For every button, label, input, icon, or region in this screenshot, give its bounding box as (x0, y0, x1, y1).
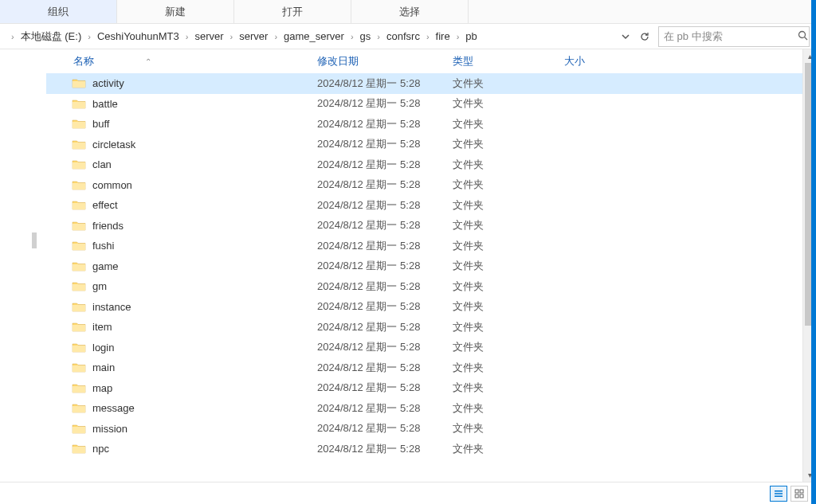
breadcrumb-segment[interactable]: 本地磁盘 (E:) (19, 26, 84, 47)
file-type: 文件夹 (453, 259, 564, 273)
column-header-type[interactable]: 类型 (453, 54, 564, 68)
table-row[interactable]: fushi2024/8/12 星期一 5:28文件夹 (46, 236, 816, 256)
toolbar: 组织 新建 打开 选择 (0, 0, 816, 24)
breadcrumb-segment[interactable]: confsrc (385, 27, 422, 45)
folder-icon (72, 139, 86, 150)
search-box[interactable] (658, 26, 810, 47)
breadcrumb-separator-icon: › (83, 32, 96, 41)
table-row[interactable]: main2024/8/12 星期一 5:28文件夹 (46, 357, 816, 378)
file-date: 2024/8/12 星期一 5:28 (317, 381, 453, 395)
file-name: map (92, 382, 317, 394)
address-dropdown-icon[interactable] (617, 28, 634, 45)
file-date: 2024/8/12 星期一 5:28 (317, 401, 453, 416)
folder-icon (72, 179, 86, 191)
file-name: main (92, 361, 317, 373)
folder-icon (72, 199, 86, 211)
folder-icon (72, 240, 86, 252)
folder-icon (72, 382, 86, 394)
file-type: 文件夹 (453, 198, 564, 213)
address-bar: ›本地磁盘 (E:)›CeshiYouhunMT3›server›server›… (0, 24, 816, 49)
file-date: 2024/8/12 星期一 5:28 (317, 421, 453, 436)
folder-icon (72, 423, 86, 435)
toolbar-new[interactable]: 新建 (117, 0, 234, 23)
file-type: 文件夹 (453, 218, 564, 232)
table-row[interactable]: login2024/8/12 星期一 5:28文件夹 (46, 338, 816, 358)
file-date: 2024/8/12 星期一 5:28 (317, 137, 453, 151)
file-type: 文件夹 (453, 320, 564, 334)
breadcrumb-separator-icon: › (226, 32, 238, 41)
column-header-name[interactable]: 名称 ⌃ (72, 54, 317, 68)
navigation-pane-collapsed[interactable] (0, 49, 46, 482)
table-row[interactable]: activity2024/8/12 星期一 5:28文件夹 (46, 73, 816, 94)
breadcrumb-segment[interactable]: server (193, 27, 225, 45)
breadcrumb-segment[interactable]: fire (434, 27, 452, 45)
breadcrumb-segment[interactable]: server (237, 27, 269, 45)
file-type: 文件夹 (453, 117, 564, 131)
folder-icon (72, 77, 86, 89)
folder-icon (72, 342, 86, 354)
folder-icon (72, 280, 86, 292)
table-row[interactable]: item2024/8/12 星期一 5:28文件夹 (46, 317, 816, 338)
file-date: 2024/8/12 星期一 5:28 (317, 299, 453, 314)
table-row[interactable]: effect2024/8/12 星期一 5:28文件夹 (46, 195, 816, 216)
file-type: 文件夹 (453, 96, 564, 111)
refresh-icon[interactable] (636, 28, 653, 45)
file-name: effect (92, 199, 317, 211)
breadcrumb-segment[interactable]: pb (464, 27, 478, 45)
file-type: 文件夹 (453, 442, 564, 456)
main-area: 名称 ⌃ 修改日期 类型 大小 activity2024/8/12 星期一 5:… (0, 49, 816, 482)
file-type: 文件夹 (453, 361, 564, 375)
view-details-button[interactable] (770, 486, 787, 502)
table-row[interactable]: common2024/8/12 星期一 5:28文件夹 (46, 175, 816, 196)
svg-rect-8 (800, 494, 803, 498)
file-name: buff (92, 118, 317, 130)
file-date: 2024/8/12 星期一 5:28 (317, 158, 453, 172)
search-icon[interactable] (798, 30, 808, 43)
file-name: mission (92, 423, 317, 435)
table-row[interactable]: circletask2024/8/12 星期一 5:28文件夹 (46, 135, 816, 155)
breadcrumb-segment[interactable]: CeshiYouhunMT3 (96, 27, 181, 45)
table-row[interactable]: npc2024/8/12 星期一 5:28文件夹 (46, 439, 816, 459)
file-name: battle (92, 98, 317, 110)
table-row[interactable]: map2024/8/12 星期一 5:28文件夹 (46, 378, 816, 399)
file-date: 2024/8/12 星期一 5:28 (317, 96, 453, 111)
toolbar-organize[interactable]: 组织 (0, 0, 117, 23)
breadcrumb[interactable]: ›本地磁盘 (E:)›CeshiYouhunMT3›server›server›… (0, 26, 612, 47)
svg-point-0 (799, 31, 806, 37)
table-row[interactable]: friends2024/8/12 星期一 5:28文件夹 (46, 216, 816, 236)
file-type: 文件夹 (453, 158, 564, 172)
file-date: 2024/8/12 星期一 5:28 (317, 442, 453, 456)
table-row[interactable]: buff2024/8/12 星期一 5:28文件夹 (46, 114, 816, 135)
toolbar-open[interactable]: 打开 (234, 0, 351, 23)
folder-icon (72, 118, 86, 130)
svg-rect-3 (775, 493, 783, 494)
nav-splitter-handle[interactable] (32, 232, 37, 248)
table-row[interactable]: game2024/8/12 星期一 5:28文件夹 (46, 256, 816, 277)
file-name: message (92, 402, 317, 414)
column-header-size[interactable]: 大小 (564, 54, 628, 68)
table-row[interactable]: gm2024/8/12 星期一 5:28文件夹 (46, 276, 816, 297)
breadcrumb-separator-icon: › (346, 32, 359, 41)
folder-icon (72, 260, 86, 272)
table-row[interactable]: battle2024/8/12 星期一 5:28文件夹 (46, 94, 816, 115)
file-type: 文件夹 (453, 340, 564, 354)
breadcrumb-segment[interactable]: gs (359, 27, 373, 45)
toolbar-select[interactable]: 选择 (351, 0, 469, 23)
search-input[interactable] (664, 30, 798, 42)
table-row[interactable]: mission2024/8/12 星期一 5:28文件夹 (46, 419, 816, 440)
column-header-date[interactable]: 修改日期 (317, 54, 453, 68)
table-row[interactable]: instance2024/8/12 星期一 5:28文件夹 (46, 297, 816, 318)
file-name: instance (92, 301, 317, 313)
file-name: circletask (92, 139, 317, 150)
view-large-icons-button[interactable] (790, 486, 808, 502)
svg-rect-6 (800, 490, 803, 493)
file-name: clan (92, 158, 317, 170)
breadcrumb-segment[interactable]: game_server (282, 27, 346, 45)
file-date: 2024/8/12 星期一 5:28 (317, 259, 453, 273)
file-list[interactable]: activity2024/8/12 星期一 5:28文件夹battle2024/… (46, 73, 816, 482)
table-row[interactable]: clan2024/8/12 星期一 5:28文件夹 (46, 154, 816, 175)
table-row[interactable]: message2024/8/12 星期一 5:28文件夹 (46, 398, 816, 419)
file-name: login (92, 342, 317, 354)
file-date: 2024/8/12 星期一 5:28 (317, 340, 453, 354)
file-date: 2024/8/12 星期一 5:28 (317, 218, 453, 232)
